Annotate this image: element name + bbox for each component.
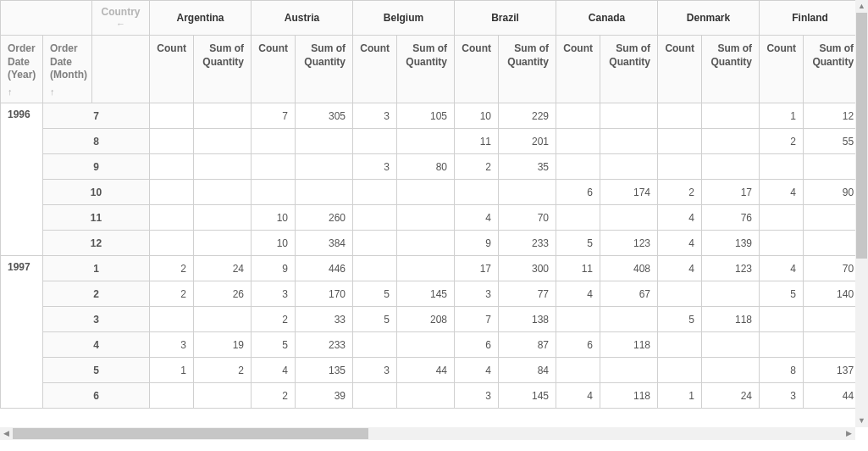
sumqty-cell[interactable]: 145 bbox=[499, 383, 556, 409]
count-cell[interactable]: 1 bbox=[658, 383, 702, 409]
month-cell[interactable]: 3 bbox=[43, 307, 150, 332]
count-cell[interactable] bbox=[353, 231, 397, 256]
sumqty-cell[interactable]: 137 bbox=[804, 358, 855, 383]
sumqty-cell[interactable]: 39 bbox=[296, 383, 353, 409]
count-cell[interactable] bbox=[556, 205, 600, 231]
count-cell[interactable]: 2 bbox=[455, 154, 499, 180]
count-cell[interactable]: 6 bbox=[455, 332, 499, 358]
sumqty-cell[interactable] bbox=[804, 231, 855, 256]
sumqty-cell[interactable]: 135 bbox=[296, 358, 353, 383]
sumqty-cell[interactable]: 12 bbox=[804, 103, 855, 129]
sumqty-cell[interactable]: 123 bbox=[600, 231, 658, 256]
count-cell[interactable]: 6 bbox=[556, 180, 600, 205]
month-cell[interactable]: 7 bbox=[43, 103, 150, 129]
sumqty-cell[interactable] bbox=[194, 231, 252, 256]
sumqty-cell[interactable] bbox=[600, 358, 658, 383]
count-cell[interactable]: 2 bbox=[252, 307, 296, 332]
sumqty-cell[interactable] bbox=[194, 129, 252, 154]
sumqty-cell[interactable]: 70 bbox=[804, 256, 855, 281]
count-cell[interactable]: 3 bbox=[353, 358, 397, 383]
sumqty-cell[interactable] bbox=[296, 180, 353, 205]
sumqty-cell[interactable]: 384 bbox=[296, 231, 353, 256]
sumqty-cell[interactable] bbox=[397, 332, 455, 358]
count-cell[interactable] bbox=[252, 129, 296, 154]
col-count[interactable]: Count bbox=[252, 36, 296, 103]
sumqty-cell[interactable] bbox=[296, 129, 353, 154]
sumqty-cell[interactable] bbox=[194, 180, 252, 205]
col-sumqty[interactable]: Sum of Quantity bbox=[804, 36, 855, 103]
sumqty-cell[interactable]: 233 bbox=[499, 231, 556, 256]
count-cell[interactable]: 7 bbox=[252, 103, 296, 129]
count-cell[interactable]: 2 bbox=[658, 180, 702, 205]
count-cell[interactable] bbox=[353, 205, 397, 231]
sumqty-cell[interactable] bbox=[397, 129, 455, 154]
col-count[interactable]: Count bbox=[658, 36, 702, 103]
col-sumqty[interactable]: Sum of Quantity bbox=[702, 36, 760, 103]
scroll-up-icon[interactable]: ▲ bbox=[855, 0, 868, 13]
col-sumqty[interactable]: Sum of Quantity bbox=[499, 36, 556, 103]
vertical-scrollbar[interactable]: ▲ ▼ bbox=[855, 0, 868, 427]
count-cell[interactable] bbox=[658, 154, 702, 180]
col-count[interactable]: Count bbox=[150, 36, 194, 103]
sumqty-cell[interactable] bbox=[194, 383, 252, 409]
sumqty-cell[interactable] bbox=[397, 383, 455, 409]
count-cell[interactable]: 2 bbox=[150, 256, 194, 281]
sumqty-cell[interactable]: 80 bbox=[397, 154, 455, 180]
month-cell[interactable]: 10 bbox=[43, 180, 150, 205]
sumqty-cell[interactable]: 170 bbox=[296, 281, 353, 307]
count-cell[interactable] bbox=[556, 154, 600, 180]
sumqty-cell[interactable] bbox=[397, 205, 455, 231]
sumqty-cell[interactable] bbox=[804, 205, 855, 231]
col-count[interactable]: Count bbox=[760, 36, 804, 103]
country-header-brazil[interactable]: Brazil bbox=[455, 1, 556, 36]
count-cell[interactable] bbox=[658, 332, 702, 358]
sumqty-cell[interactable]: 208 bbox=[397, 307, 455, 332]
count-cell[interactable]: 11 bbox=[556, 256, 600, 281]
count-cell[interactable] bbox=[658, 129, 702, 154]
sumqty-cell[interactable]: 201 bbox=[499, 129, 556, 154]
sumqty-cell[interactable] bbox=[600, 103, 658, 129]
count-cell[interactable]: 5 bbox=[353, 307, 397, 332]
month-cell[interactable]: 12 bbox=[43, 231, 150, 256]
country-header-denmark[interactable]: Denmark bbox=[658, 1, 760, 36]
sumqty-cell[interactable] bbox=[194, 103, 252, 129]
col-count[interactable]: Count bbox=[455, 36, 499, 103]
month-cell[interactable]: 1 bbox=[43, 256, 150, 281]
count-cell[interactable] bbox=[658, 103, 702, 129]
sumqty-cell[interactable]: 26 bbox=[194, 281, 252, 307]
count-cell[interactable] bbox=[353, 180, 397, 205]
sumqty-cell[interactable]: 70 bbox=[499, 205, 556, 231]
sumqty-cell[interactable] bbox=[600, 307, 658, 332]
sumqty-cell[interactable] bbox=[804, 154, 855, 180]
sumqty-cell[interactable] bbox=[702, 358, 760, 383]
sumqty-cell[interactable]: 19 bbox=[194, 332, 252, 358]
col-sumqty[interactable]: Sum of Quantity bbox=[296, 36, 353, 103]
sumqty-cell[interactable] bbox=[600, 205, 658, 231]
sumqty-cell[interactable]: 300 bbox=[499, 256, 556, 281]
count-cell[interactable]: 4 bbox=[455, 358, 499, 383]
month-cell[interactable]: 11 bbox=[43, 205, 150, 231]
sumqty-cell[interactable]: 17 bbox=[702, 180, 760, 205]
sumqty-cell[interactable] bbox=[194, 154, 252, 180]
count-cell[interactable]: 6 bbox=[556, 332, 600, 358]
count-cell[interactable]: 10 bbox=[252, 231, 296, 256]
sumqty-cell[interactable] bbox=[804, 332, 855, 358]
sumqty-cell[interactable]: 77 bbox=[499, 281, 556, 307]
count-cell[interactable] bbox=[556, 358, 600, 383]
sumqty-cell[interactable]: 84 bbox=[499, 358, 556, 383]
country-header-finland[interactable]: Finland bbox=[760, 1, 855, 36]
country-header-canada[interactable]: Canada bbox=[556, 1, 658, 36]
scroll-down-icon[interactable]: ▼ bbox=[855, 415, 868, 427]
sumqty-cell[interactable] bbox=[702, 103, 760, 129]
sumqty-cell[interactable]: 90 bbox=[804, 180, 855, 205]
sumqty-cell[interactable]: 233 bbox=[296, 332, 353, 358]
count-cell[interactable] bbox=[150, 154, 194, 180]
sumqty-cell[interactable]: 44 bbox=[804, 383, 855, 409]
count-cell[interactable]: 5 bbox=[252, 332, 296, 358]
sumqty-cell[interactable] bbox=[600, 154, 658, 180]
col-count[interactable]: Count bbox=[353, 36, 397, 103]
count-cell[interactable] bbox=[760, 332, 804, 358]
count-cell[interactable] bbox=[760, 205, 804, 231]
sumqty-cell[interactable]: 118 bbox=[600, 332, 658, 358]
col-count[interactable]: Count bbox=[556, 36, 600, 103]
